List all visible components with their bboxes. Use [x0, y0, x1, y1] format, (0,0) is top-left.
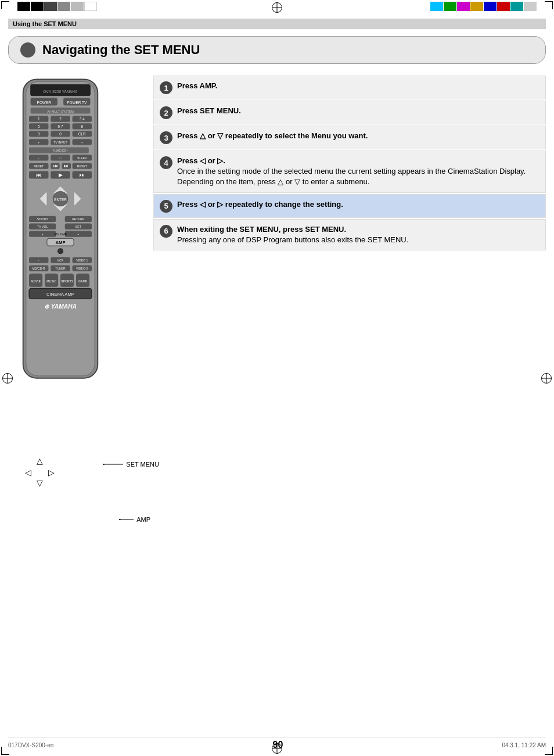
svg-text:6 7: 6 7: [58, 124, 63, 128]
steps-area: 1 Press AMP. 2 Press SET MENU. 3 Press △…: [153, 76, 546, 250]
svg-text:DVX-S200 YAMAHA: DVX-S200 YAMAHA: [44, 89, 78, 94]
step-number-5: 5: [160, 200, 172, 213]
svg-text:3 4: 3 4: [80, 117, 85, 121]
footer-left: 017DVX-S200-en: [8, 742, 53, 748]
color-bar: [484, 2, 497, 11]
step-text-5: Press ◁ or ▷ repeatedly to change the se…: [177, 199, 539, 210]
svg-text:RESET: RESET: [34, 164, 44, 168]
svg-text:+: +: [42, 232, 44, 236]
step-number-4: 4: [160, 156, 172, 169]
main-content: Using the SET MENU Navigating the SET ME…: [8, 19, 546, 739]
step-5: 5 Press ◁ or ▷ repeatedly to change the …: [153, 194, 546, 218]
svg-text:⏮: ⏮: [36, 172, 41, 178]
nav-up-label: △: [37, 456, 43, 465]
svg-text:2: 2: [59, 117, 62, 121]
svg-text:SET: SET: [75, 225, 82, 228]
color-bar: [470, 2, 483, 11]
svg-text:ENTER: ENTER: [54, 198, 67, 202]
svg-text:⏮: ⏮: [53, 163, 58, 169]
footer: 017DVX-S200-en 90 04.3.1, 11:22 AM: [8, 737, 546, 750]
body-layout: DVX-S200 YAMAHA POWER POWER TV AV MULTI …: [8, 76, 546, 391]
color-bars: [430, 2, 537, 11]
svg-text:SPORTS: SPORTS: [61, 280, 74, 283]
color-bar: [430, 2, 443, 11]
svg-text:POWER TV: POWER TV: [67, 101, 87, 105]
svg-text:MOVIE: MOVIE: [31, 280, 41, 283]
step-4: 4 Press ◁ or ▷. Once in the setting mode…: [153, 151, 546, 193]
svg-text:+: +: [38, 141, 39, 144]
set-menu-label: SET MENU: [126, 461, 159, 468]
svg-marker-102: [103, 464, 105, 465]
title-icon: [20, 42, 35, 58]
nav-right-label: ▷: [48, 468, 55, 477]
step-text-3: Press △ or ▽ repeatedly to select the Me…: [177, 131, 539, 141]
black-bar-1: [17, 2, 30, 11]
step-text-1: Press AMP.: [177, 81, 539, 91]
svg-text:SLEEP: SLEEP: [77, 156, 87, 160]
svg-text:+: +: [81, 141, 83, 144]
section-header: Using the SET MENU: [8, 19, 546, 29]
color-bar: [524, 2, 537, 11]
svg-text:A.MIC/CD+: A.MIC/CD+: [53, 149, 68, 152]
svg-text:9: 9: [38, 132, 40, 136]
nav-down-label: ▽: [37, 478, 43, 488]
remote-wrapper: DVX-S200 YAMAHA POWER POWER TV AV MULTI …: [8, 76, 142, 391]
step-2: 2 Press SET MENU.: [153, 101, 546, 124]
color-bar: [444, 2, 456, 11]
svg-text:-: -: [38, 156, 39, 160]
corner-mark-tr: [545, 1, 553, 9]
svg-text:RETURN: RETURN: [72, 217, 85, 221]
svg-text:▶: ▶: [59, 172, 63, 178]
svg-text:TV VOL: TV VOL: [37, 225, 48, 228]
svg-text:0: 0: [59, 132, 62, 136]
svg-text:TV INPUT: TV INPUT: [53, 141, 67, 144]
black-bar-5: [71, 2, 84, 11]
remote-svg: DVX-S200 YAMAHA POWER POWER TV AV MULTI …: [8, 76, 113, 389]
svg-text:5: 5: [38, 124, 40, 128]
svg-marker-104: [119, 519, 121, 520]
svg-text:MD/CD-R: MD/CD-R: [33, 267, 46, 270]
page-number: 90: [272, 740, 283, 750]
svg-text:POWER: POWER: [37, 101, 52, 105]
step-number-6: 6: [160, 225, 172, 238]
corner-mark-br: [545, 747, 553, 755]
step-text-6: When exiting the SET MENU, press SET MEN…: [177, 224, 539, 245]
black-bar-4: [57, 2, 70, 11]
step-number-3: 3: [160, 131, 172, 144]
svg-text:TUNER: TUNER: [55, 267, 66, 270]
svg-text:⏭: ⏭: [64, 163, 69, 169]
svg-text:AMP: AMP: [55, 240, 65, 245]
step-text-4: Press ◁ or ▷. Once in the setting mode o…: [177, 156, 539, 188]
svg-text:1: 1: [38, 117, 40, 121]
step-number-1: 1: [160, 81, 172, 94]
black-bars: [17, 2, 97, 11]
step-3: 3 Press △ or ▽ repeatedly to select the …: [153, 126, 546, 149]
color-bar: [510, 2, 523, 11]
svg-point-77: [57, 248, 63, 254]
black-bar-6: [84, 2, 97, 11]
black-bar-3: [44, 2, 57, 11]
svg-text:⏭: ⏭: [80, 172, 85, 178]
svg-text:AV MULTI SYSTEM: AV MULTI SYSTEM: [47, 110, 73, 113]
step-text-2: Press SET MENU.: [177, 106, 539, 116]
svg-text:⊛ YAMAHA: ⊛ YAMAHA: [44, 303, 77, 310]
color-bar: [497, 2, 510, 11]
svg-text:CINEMA AMP: CINEMA AMP: [46, 292, 74, 297]
svg-text:8: 8: [81, 124, 83, 128]
nav-left-label: ◁: [25, 468, 31, 477]
svg-text:RESET: RESET: [77, 164, 88, 168]
svg-text:-: -: [38, 259, 39, 262]
svg-text:□: □: [59, 156, 61, 160]
svg-text:VIDEO-2: VIDEO-2: [76, 267, 88, 270]
footer-right: 04.3.1, 11:22 AM: [502, 742, 546, 748]
svg-text:CLR: CLR: [78, 132, 86, 136]
step-1: 1 Press AMP.: [153, 76, 546, 99]
svg-text:VOLUME: VOLUME: [54, 232, 67, 236]
svg-text:VIDEO 1: VIDEO 1: [76, 259, 88, 262]
svg-text:MUSIC: MUSIC: [46, 280, 56, 283]
step-6: 6 When exiting the SET MENU, press SET M…: [153, 219, 546, 250]
svg-text:VCR: VCR: [57, 259, 64, 262]
reg-circle-top: [272, 2, 282, 13]
color-bar: [457, 2, 470, 11]
svg-text:GAME: GAME: [78, 280, 88, 283]
